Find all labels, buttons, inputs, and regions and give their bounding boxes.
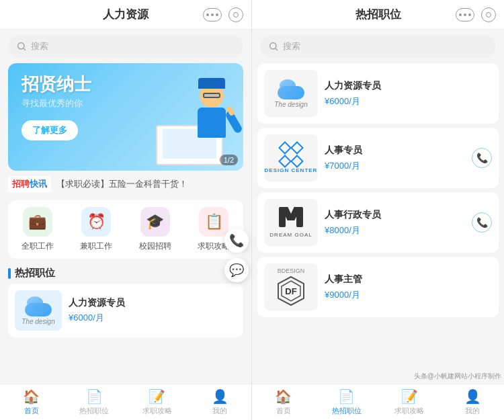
right-search-bar[interactable]: 搜索 (260, 35, 496, 58)
right-nav-strategy[interactable]: 📝 求职攻略 (378, 388, 442, 416)
left-nav-mine-label: 我的 (212, 406, 227, 416)
left-nav-jobs-icon: 📄 (86, 388, 103, 405)
left-topbar: 人力资源 (0, 0, 251, 30)
svg-line-3 (276, 48, 278, 50)
left-search-bar[interactable]: 搜索 (8, 35, 243, 58)
banner-badge: 1/2 (220, 155, 238, 165)
job3-title: 人事行政专员 (325, 209, 492, 221)
job4-logo: BDESIGN DF (264, 263, 318, 310)
section-bar (8, 268, 11, 279)
cat-fulltime-label: 全职工作 (22, 241, 54, 252)
ticker-label-part1: 招聘 (12, 179, 30, 189)
job1-logo-text: The design (274, 101, 307, 108)
job-preview-logo-text: The design (22, 318, 54, 325)
job-preview-salary: ¥6000/月 (69, 312, 237, 324)
right-nav-home[interactable]: 🏠 首页 (252, 388, 315, 416)
cat-parttime-icon: ⏰ (81, 207, 111, 237)
right-more-icon[interactable] (456, 8, 474, 22)
svg-line-1 (24, 48, 26, 50)
banner-content: 招贤纳士 寻找最优秀的你 了解更多 (8, 63, 243, 151)
float-buttons: 📞 💬 (224, 228, 249, 282)
job-card-4[interactable]: BDESIGN DF 人事主管 ¥9000/月 (257, 257, 499, 317)
job4-detail: 人事主管 ¥9000/月 (325, 274, 492, 301)
cat-fulltime[interactable]: 💼 全职工作 (8, 207, 67, 252)
job1-salary: ¥6000/月 (325, 95, 492, 108)
right-topbar-title: 热招职位 (355, 7, 401, 22)
job1-title: 人力资源专员 (325, 80, 492, 92)
job2-phone-button[interactable]: 📞 (472, 148, 492, 168)
right-topbar-icons (456, 7, 496, 22)
right-nav-mine-label: 我的 (465, 406, 480, 416)
right-nav-mine-icon: 👤 (464, 388, 481, 405)
cat-parttime-label: 兼职工作 (80, 241, 112, 252)
job-preview-title: 人力资源专员 (69, 297, 237, 309)
right-panel: 热招职位 搜索 The design (252, 0, 504, 420)
left-target-icon[interactable] (228, 7, 243, 22)
job2-detail: 人事专员 ¥7000/月 (325, 144, 492, 172)
dream-goal-label: DREAM GOAL (269, 232, 312, 238)
left-nav-home-label: 首页 (24, 406, 39, 416)
right-target-icon[interactable] (481, 7, 496, 22)
section-title: 热招职位 (15, 267, 55, 280)
banner-title: 招贤纳士 (22, 74, 230, 95)
job3-phone-button[interactable]: 📞 (472, 212, 492, 233)
job-card-3[interactable]: DREAM GOAL 人事行政专员 ¥8000/月 📞 (257, 192, 499, 253)
float-phone-button[interactable]: 📞 (224, 228, 249, 253)
left-nav-jobs[interactable]: 📄 热招职位 (63, 388, 126, 416)
left-nav-jobs-label: 热招职位 (79, 406, 109, 416)
banner-cta-button[interactable]: 了解更多 (22, 120, 78, 140)
job-preview-card[interactable]: The design 人力资源专员 ¥6000/月 (8, 284, 243, 337)
left-bottom-nav: 🏠 首页 📄 热招职位 📝 求职攻略 👤 我的 (0, 384, 251, 420)
right-nav-jobs[interactable]: 📄 热招职位 (315, 388, 378, 416)
job2-title: 人事专员 (325, 144, 492, 157)
job-card-2[interactable]: DESIGN CENTER 人事专员 ¥7000/月 📞 (257, 128, 499, 188)
category-grid: 💼 全职工作 ⏰ 兼职工作 🎓 校园招聘 📋 求职攻略 (8, 200, 243, 259)
job4-salary: ¥9000/月 (325, 289, 492, 301)
section-header: 热招职位 (8, 267, 243, 280)
left-nav-home[interactable]: 🏠 首页 (0, 388, 63, 416)
cat-campus[interactable]: 🎓 校园招聘 (126, 207, 185, 252)
left-nav-mine[interactable]: 👤 我的 (189, 388, 252, 416)
left-nav-home-icon: 🏠 (23, 388, 40, 405)
left-nav-strategy-label: 求职攻略 (142, 406, 172, 416)
job-preview-info: 人力资源专员 ¥6000/月 (69, 297, 237, 324)
banner: 招贤纳士 寻找最优秀的你 了解更多 (8, 63, 243, 171)
left-more-icon[interactable] (203, 8, 222, 22)
job1-logo: The design (264, 70, 318, 117)
job-card-1[interactable]: The design 人力资源专员 ¥6000/月 (257, 63, 499, 124)
right-nav-strategy-icon: 📝 (401, 388, 418, 405)
news-ticker: 招聘快讯 【求职必读】五险一金科普干货！ (8, 176, 243, 192)
left-search-icon (16, 41, 27, 52)
float-chat-button[interactable]: 💬 (224, 258, 249, 282)
job3-logo: DREAM GOAL (264, 199, 318, 246)
left-nav-strategy[interactable]: 📝 求职攻略 (126, 388, 189, 416)
banner-subtitle: 寻找最优秀的你 (22, 97, 230, 110)
design-center-label: DESIGN CENTER (265, 167, 318, 173)
left-topbar-icons (203, 7, 243, 22)
right-job-list: The design 人力资源专员 ¥6000/月 (252, 63, 504, 384)
left-nav-mine-icon: 👤 (212, 388, 228, 405)
right-nav-home-label: 首页 (276, 406, 291, 416)
job2-salary: ¥7000/月 (325, 160, 492, 172)
job4-title: 人事主管 (325, 274, 492, 286)
cloud-logo (22, 296, 55, 317)
right-nav-strategy-label: 求职攻略 (394, 406, 424, 416)
right-search-icon (268, 41, 279, 52)
svg-point-0 (18, 43, 24, 49)
svg-point-2 (270, 43, 276, 49)
ticker-label-part2: 快讯 (30, 179, 47, 189)
right-nav-mine[interactable]: 👤 我的 (441, 388, 504, 416)
job3-salary: ¥8000/月 (325, 224, 492, 237)
ticker-label: 招聘快讯 (8, 176, 51, 192)
left-search-placeholder: 搜索 (31, 40, 48, 52)
right-nav-jobs-label: 热招职位 (332, 406, 362, 416)
job3-detail: 人事行政专员 ¥8000/月 (325, 209, 492, 237)
right-topbar: 热招职位 (252, 0, 504, 30)
ticker-text: 【求职必读】五险一金科普干货！ (56, 178, 187, 190)
left-nav-strategy-icon: 📝 (149, 388, 165, 405)
left-panel: 人力资源 搜索 招贤纳士 寻找最优秀的你 了解更多 (0, 0, 252, 420)
job1-detail: 人力资源专员 ¥6000/月 (325, 80, 492, 108)
cat-campus-icon: 🎓 (140, 207, 170, 237)
cat-parttime[interactable]: ⏰ 兼职工作 (67, 207, 126, 252)
df-text: DF (285, 286, 296, 296)
